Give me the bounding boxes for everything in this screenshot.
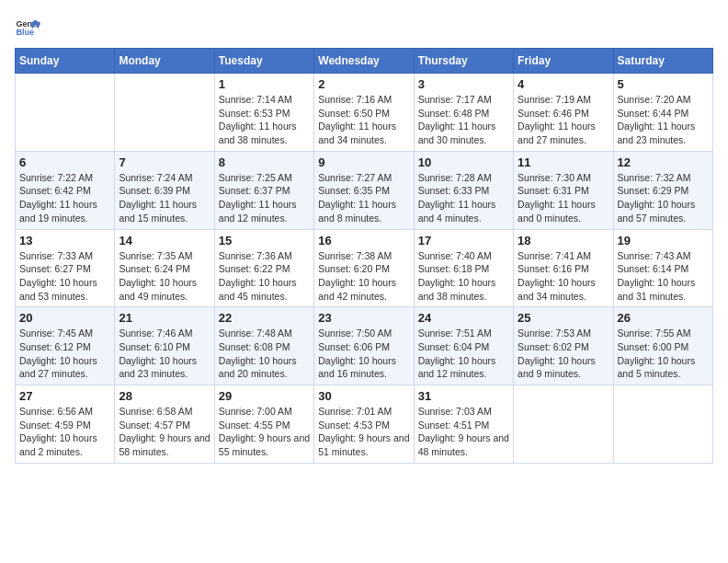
day-number: 5 <box>618 77 709 91</box>
calendar-cell: 11Sunrise: 7:30 AMSunset: 6:31 PMDayligh… <box>514 151 613 229</box>
day-number: 10 <box>418 155 509 169</box>
calendar-cell: 26Sunrise: 7:55 AMSunset: 6:00 PMDayligh… <box>613 307 712 385</box>
day-number: 27 <box>19 389 110 403</box>
day-number: 9 <box>318 155 409 169</box>
calendar-cell: 5Sunrise: 7:20 AMSunset: 6:44 PMDaylight… <box>613 74 712 152</box>
calendar-cell: 25Sunrise: 7:53 AMSunset: 6:02 PMDayligh… <box>514 307 613 385</box>
day-info: Sunrise: 7:41 AMSunset: 6:16 PMDaylight:… <box>518 249 609 304</box>
day-number: 22 <box>219 311 310 325</box>
calendar-cell: 24Sunrise: 7:51 AMSunset: 6:04 PMDayligh… <box>414 307 513 385</box>
calendar-cell: 28Sunrise: 6:58 AMSunset: 4:57 PMDayligh… <box>115 385 214 464</box>
calendar-cell: 27Sunrise: 6:56 AMSunset: 4:59 PMDayligh… <box>16 385 115 464</box>
day-number: 26 <box>618 311 709 325</box>
calendar-cell: 17Sunrise: 7:40 AMSunset: 6:18 PMDayligh… <box>414 229 513 307</box>
calendar-cell: 19Sunrise: 7:43 AMSunset: 6:14 PMDayligh… <box>613 229 712 307</box>
day-info: Sunrise: 6:56 AMSunset: 4:59 PMDaylight:… <box>19 405 110 459</box>
logo-icon: General Blue <box>15 15 40 40</box>
header-row: SundayMondayTuesdayWednesdayThursdayFrid… <box>16 49 713 74</box>
week-row-3: 13Sunrise: 7:33 AMSunset: 6:27 PMDayligh… <box>16 229 713 307</box>
day-number: 18 <box>518 234 609 247</box>
calendar-cell: 21Sunrise: 7:46 AMSunset: 6:10 PMDayligh… <box>115 307 214 385</box>
day-number: 30 <box>318 389 409 403</box>
day-info: Sunrise: 7:16 AMSunset: 6:50 PMDaylight:… <box>318 93 409 147</box>
day-number: 28 <box>119 389 210 403</box>
calendar-cell <box>115 74 214 152</box>
week-row-4: 20Sunrise: 7:45 AMSunset: 6:12 PMDayligh… <box>16 307 713 385</box>
calendar-cell: 22Sunrise: 7:48 AMSunset: 6:08 PMDayligh… <box>214 307 313 385</box>
calendar-cell: 15Sunrise: 7:36 AMSunset: 6:22 PMDayligh… <box>214 229 313 307</box>
svg-text:Blue: Blue <box>16 28 34 37</box>
day-number: 20 <box>19 311 110 325</box>
calendar-cell: 3Sunrise: 7:17 AMSunset: 6:48 PMDaylight… <box>414 74 513 152</box>
day-info: Sunrise: 7:51 AMSunset: 6:04 PMDaylight:… <box>418 327 509 381</box>
day-info: Sunrise: 7:48 AMSunset: 6:08 PMDaylight:… <box>219 327 310 381</box>
day-info: Sunrise: 7:36 AMSunset: 6:22 PMDaylight:… <box>219 249 310 304</box>
day-number: 14 <box>119 234 210 247</box>
day-info: Sunrise: 7:27 AMSunset: 6:35 PMDaylight:… <box>318 171 409 225</box>
day-info: Sunrise: 7:45 AMSunset: 6:12 PMDaylight:… <box>19 327 110 381</box>
day-number: 1 <box>219 77 310 91</box>
day-info: Sunrise: 7:33 AMSunset: 6:27 PMDaylight:… <box>19 249 110 304</box>
calendar-cell: 16Sunrise: 7:38 AMSunset: 6:20 PMDayligh… <box>314 229 414 307</box>
calendar-cell: 7Sunrise: 7:24 AMSunset: 6:39 PMDaylight… <box>115 151 214 229</box>
day-number: 13 <box>19 234 110 247</box>
calendar-cell: 9Sunrise: 7:27 AMSunset: 6:35 PMDaylight… <box>314 151 414 229</box>
day-info: Sunrise: 7:32 AMSunset: 6:29 PMDaylight:… <box>618 171 709 225</box>
day-info: Sunrise: 7:19 AMSunset: 6:46 PMDaylight:… <box>518 93 609 147</box>
calendar-cell: 18Sunrise: 7:41 AMSunset: 6:16 PMDayligh… <box>514 229 613 307</box>
day-number: 6 <box>19 155 110 169</box>
day-info: Sunrise: 7:28 AMSunset: 6:33 PMDaylight:… <box>418 171 509 225</box>
day-number: 4 <box>518 77 609 91</box>
calendar-cell: 12Sunrise: 7:32 AMSunset: 6:29 PMDayligh… <box>613 151 712 229</box>
day-info: Sunrise: 7:46 AMSunset: 6:10 PMDaylight:… <box>119 327 210 381</box>
day-info: Sunrise: 7:17 AMSunset: 6:48 PMDaylight:… <box>418 93 509 147</box>
day-number: 8 <box>219 155 310 169</box>
day-info: Sunrise: 7:43 AMSunset: 6:14 PMDaylight:… <box>618 249 709 304</box>
day-info: Sunrise: 7:40 AMSunset: 6:18 PMDaylight:… <box>418 249 509 304</box>
day-info: Sunrise: 7:53 AMSunset: 6:02 PMDaylight:… <box>518 327 609 381</box>
calendar-cell: 31Sunrise: 7:03 AMSunset: 4:51 PMDayligh… <box>414 385 513 464</box>
day-number: 21 <box>119 311 210 325</box>
calendar-cell: 10Sunrise: 7:28 AMSunset: 6:33 PMDayligh… <box>414 151 513 229</box>
column-header-thursday: Thursday <box>414 49 513 74</box>
calendar-cell: 23Sunrise: 7:50 AMSunset: 6:06 PMDayligh… <box>314 307 414 385</box>
calendar-cell: 1Sunrise: 7:14 AMSunset: 6:53 PMDaylight… <box>214 74 313 152</box>
day-number: 23 <box>318 311 409 325</box>
day-info: Sunrise: 7:01 AMSunset: 4:53 PMDaylight:… <box>318 405 409 459</box>
calendar-cell: 6Sunrise: 7:22 AMSunset: 6:42 PMDaylight… <box>16 151 115 229</box>
day-info: Sunrise: 6:58 AMSunset: 4:57 PMDaylight:… <box>119 405 210 459</box>
day-number: 7 <box>119 155 210 169</box>
column-header-saturday: Saturday <box>613 49 712 74</box>
header: General Blue <box>15 15 713 40</box>
day-info: Sunrise: 7:03 AMSunset: 4:51 PMDaylight:… <box>418 405 509 459</box>
day-info: Sunrise: 7:35 AMSunset: 6:24 PMDaylight:… <box>119 249 210 304</box>
day-number: 15 <box>219 234 310 247</box>
calendar-cell: 4Sunrise: 7:19 AMSunset: 6:46 PMDaylight… <box>514 74 613 152</box>
week-row-2: 6Sunrise: 7:22 AMSunset: 6:42 PMDaylight… <box>16 151 713 229</box>
calendar-cell: 29Sunrise: 7:00 AMSunset: 4:55 PMDayligh… <box>214 385 313 464</box>
day-number: 16 <box>318 234 409 247</box>
calendar-cell: 2Sunrise: 7:16 AMSunset: 6:50 PMDaylight… <box>314 74 414 152</box>
day-info: Sunrise: 7:24 AMSunset: 6:39 PMDaylight:… <box>119 171 210 225</box>
calendar-cell: 14Sunrise: 7:35 AMSunset: 6:24 PMDayligh… <box>115 229 214 307</box>
day-info: Sunrise: 7:22 AMSunset: 6:42 PMDaylight:… <box>19 171 110 225</box>
day-number: 25 <box>518 311 609 325</box>
week-row-5: 27Sunrise: 6:56 AMSunset: 4:59 PMDayligh… <box>16 385 713 464</box>
column-header-friday: Friday <box>514 49 613 74</box>
calendar-cell: 30Sunrise: 7:01 AMSunset: 4:53 PMDayligh… <box>314 385 414 464</box>
column-header-wednesday: Wednesday <box>314 49 414 74</box>
day-number: 3 <box>418 77 509 91</box>
day-number: 24 <box>418 311 509 325</box>
day-number: 19 <box>618 234 709 247</box>
day-number: 31 <box>418 389 509 403</box>
column-header-sunday: Sunday <box>16 49 115 74</box>
day-number: 2 <box>318 77 409 91</box>
calendar-cell <box>514 385 613 464</box>
day-info: Sunrise: 7:00 AMSunset: 4:55 PMDaylight:… <box>219 405 310 459</box>
calendar-cell: 20Sunrise: 7:45 AMSunset: 6:12 PMDayligh… <box>16 307 115 385</box>
calendar-table: SundayMondayTuesdayWednesdayThursdayFrid… <box>15 48 713 464</box>
calendar-cell: 13Sunrise: 7:33 AMSunset: 6:27 PMDayligh… <box>16 229 115 307</box>
day-number: 29 <box>219 389 310 403</box>
day-info: Sunrise: 7:14 AMSunset: 6:53 PMDaylight:… <box>219 93 310 147</box>
logo: General Blue <box>15 15 40 40</box>
